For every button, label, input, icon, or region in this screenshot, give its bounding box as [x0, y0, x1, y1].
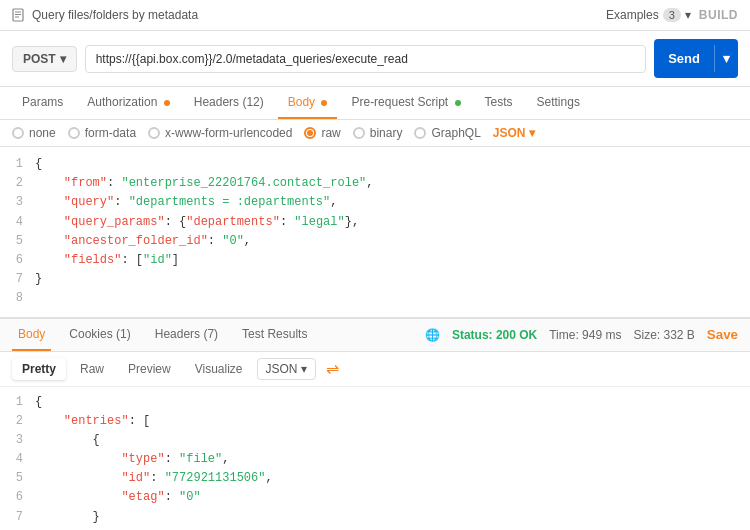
resp-fmt-pretty[interactable]: Pretty — [12, 358, 66, 380]
page-title: Query files/folders by metadata — [12, 8, 606, 22]
code-line: 2 "entries": [ — [0, 412, 750, 431]
radio-urlencoded — [148, 127, 160, 139]
format-binary[interactable]: binary — [353, 126, 403, 140]
tab-authorization[interactable]: Authorization — [77, 87, 179, 119]
format-graphql[interactable]: GraphQL — [414, 126, 480, 140]
radio-raw — [304, 127, 316, 139]
code-line: 1 { — [0, 393, 750, 412]
resp-fmt-visualize[interactable]: Visualize — [185, 358, 253, 380]
send-dropdown-arrow[interactable]: ▾ — [714, 45, 738, 72]
response-status: 🌐 Status: 200 OK Time: 949 ms Size: 332 … — [425, 327, 738, 342]
code-line: 4 "type": "file", — [0, 450, 750, 469]
code-line: 2 "from": "enterprise_22201764.contact_r… — [0, 174, 750, 193]
format-urlencoded[interactable]: x-www-form-urlencoded — [148, 126, 292, 140]
radio-binary — [353, 127, 365, 139]
url-bar: POST ▾ Send ▾ — [0, 31, 750, 87]
format-raw[interactable]: raw — [304, 126, 340, 140]
request-tabs: Params Authorization Headers (12) Body P… — [0, 87, 750, 120]
format-form-data[interactable]: form-data — [68, 126, 136, 140]
method-dropdown[interactable]: POST ▾ — [12, 46, 77, 72]
response-tabs-bar: Body Cookies (1) Headers (7) Test Result… — [0, 318, 750, 352]
auth-dot — [164, 100, 170, 106]
radio-form-data — [68, 127, 80, 139]
radio-graphql — [414, 127, 426, 139]
top-bar: Query files/folders by metadata Examples… — [0, 0, 750, 31]
status-size: Size: 332 B — [633, 328, 694, 342]
chevron-down-icon: ▾ — [529, 126, 535, 140]
code-line: 6 "etag": "0" — [0, 488, 750, 507]
top-bar-actions: Examples 3 ▾ BUILD — [606, 8, 738, 22]
resp-tab-headers[interactable]: Headers (7) — [149, 319, 224, 351]
resp-tab-body[interactable]: Body — [12, 319, 51, 351]
resp-json-dropdown[interactable]: JSON ▾ — [257, 358, 316, 380]
build-button[interactable]: BUILD — [699, 8, 738, 22]
chevron-down-icon: ▾ — [301, 362, 307, 376]
body-dot — [321, 100, 327, 106]
response-body: 1 { 2 "entries": [ 3 { 4 "type": "file",… — [0, 387, 750, 531]
status-time: Time: 949 ms — [549, 328, 621, 342]
code-line: 8 — [0, 289, 750, 308]
file-icon — [12, 8, 26, 22]
tab-body[interactable]: Body — [278, 87, 338, 119]
code-line: 7 } — [0, 508, 750, 527]
resp-tab-cookies[interactable]: Cookies (1) — [63, 319, 136, 351]
tab-pre-request[interactable]: Pre-request Script — [341, 87, 470, 119]
resp-format-icon: ⇌ — [326, 359, 339, 378]
tab-tests[interactable]: Tests — [475, 87, 523, 119]
json-format-dropdown[interactable]: JSON ▾ — [493, 126, 535, 140]
format-none[interactable]: none — [12, 126, 56, 140]
code-line: 4 "query_params": {"departments": "legal… — [0, 213, 750, 232]
code-line: 3 { — [0, 431, 750, 450]
resp-tab-test-results[interactable]: Test Results — [236, 319, 313, 351]
radio-none — [12, 127, 24, 139]
code-line: 7 } — [0, 270, 750, 289]
request-body-editor[interactable]: 1 { 2 "from": "enterprise_22201764.conta… — [0, 147, 750, 318]
code-line: 5 "id": "772921131506", — [0, 469, 750, 488]
resp-fmt-raw[interactable]: Raw — [70, 358, 114, 380]
globe-icon: 🌐 — [425, 328, 440, 342]
code-line: 3 "query": "departments = :departments", — [0, 193, 750, 212]
status-ok: Status: 200 OK — [452, 328, 537, 342]
tab-headers[interactable]: Headers (12) — [184, 87, 274, 119]
tab-settings[interactable]: Settings — [527, 87, 590, 119]
tab-params[interactable]: Params — [12, 87, 73, 119]
response-format-bar: Pretty Raw Preview Visualize JSON ▾ ⇌ — [0, 352, 750, 387]
code-line: 5 "ancestor_folder_id": "0", — [0, 232, 750, 251]
url-input[interactable] — [85, 45, 647, 73]
resp-fmt-preview[interactable]: Preview — [118, 358, 181, 380]
code-line: 6 "fields": ["id"] — [0, 251, 750, 270]
send-button[interactable]: Send ▾ — [654, 39, 738, 78]
save-button[interactable]: Save — [707, 327, 738, 342]
body-format-bar: none form-data x-www-form-urlencoded raw… — [0, 120, 750, 147]
examples-button[interactable]: Examples 3 ▾ — [606, 8, 691, 22]
code-line: 1 { — [0, 155, 750, 174]
pre-request-dot — [455, 100, 461, 106]
chevron-down-icon: ▾ — [60, 52, 66, 66]
chevron-down-icon: ▾ — [685, 8, 691, 22]
